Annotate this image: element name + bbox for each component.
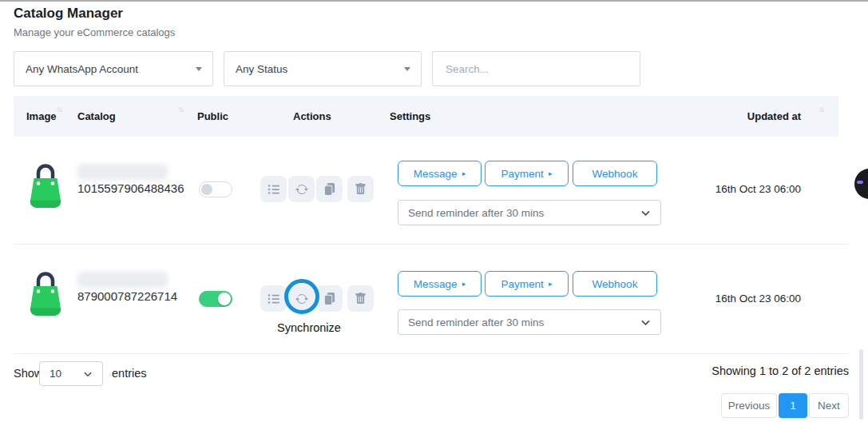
message-button-label: Message [414,168,458,180]
chevron-down-icon [640,317,651,328]
payment-button-label: Payment [501,168,544,180]
column-header-settings: Settings [390,96,430,137]
sort-icon[interactable]: ↑↓ [57,105,61,113]
scrollbar-thumb[interactable] [859,349,863,420]
catalog-name-redacted [77,272,168,288]
show-label: Show [14,367,42,380]
page-subtitle: Manage your eCommerce catalogs [14,26,175,38]
list-products-button[interactable] [260,176,287,202]
public-toggle[interactable] [199,181,232,197]
page-size-select[interactable]: 10 [39,361,103,386]
whatsapp-account-selected-value: Any WhatsApp Account [26,63,138,75]
trash-icon [355,183,367,195]
table-row: 1015597906488436 Message▸ Payment▸ Webho… [14,137,849,245]
submenu-arrow-icon: ▸ [462,281,466,288]
copy-icon [323,183,335,195]
webhook-settings-button[interactable]: Webhook [573,271,657,297]
reminder-selected-value: Send reminder after 30 mins [408,207,544,219]
showing-entries-summary: Showing 1 to 2 of 2 entries [639,364,849,377]
reminder-selected-value: Send reminder after 30 mins [408,317,544,328]
sort-icon[interactable]: ↑↓ [818,105,823,113]
copy-icon [323,293,335,305]
submenu-arrow-icon: ▸ [462,170,466,177]
delete-button[interactable] [347,176,374,202]
pagination-previous-button[interactable]: Previous [721,393,777,418]
search-input[interactable] [444,62,628,76]
catalog-id: 879000787226714 [77,289,177,303]
column-header-catalog[interactable]: Catalog [77,96,116,137]
duplicate-button[interactable] [316,176,343,202]
window-top-edge [0,0,868,2]
toggle-knob [218,293,231,305]
sort-icon[interactable]: ↑↓ [178,105,183,113]
annotation-highlight-circle [284,279,319,314]
table-header: Image ↑↓ Catalog ↑↓ Public Actions Setti… [14,96,838,137]
shopping-bag-icon [26,161,65,211]
delete-button[interactable] [347,285,374,312]
column-header-actions: Actions [293,96,331,137]
page-size-value: 10 [50,368,61,380]
payment-settings-button[interactable]: Payment▸ [485,271,569,297]
list-icon [268,293,280,305]
status-select[interactable]: Any Status [224,51,422,86]
message-settings-button[interactable]: Message▸ [398,161,482,186]
updated-at-value: 16th Oct 23 06:00 [681,293,801,305]
chevron-down-icon [640,208,651,218]
message-settings-button[interactable]: Message▸ [398,271,482,297]
webhook-settings-button[interactable]: Webhook [573,161,657,186]
duplicate-button[interactable] [316,285,343,312]
list-icon [268,183,280,196]
updated-at-value: 16th Oct 23 06:00 [681,183,801,195]
whatsapp-account-select[interactable]: Any WhatsApp Account [14,51,213,86]
message-button-label: Message [414,278,458,290]
catalog-id: 1015597906488436 [77,181,184,195]
pagination-current-page[interactable]: 1 [779,393,807,418]
reminder-select[interactable]: Send reminder after 30 mins [398,309,661,335]
synchronize-button[interactable] [288,176,315,202]
toggle-knob [201,184,212,195]
webhook-button-label: Webhook [593,168,638,180]
submenu-arrow-icon: ▸ [549,281,553,288]
shopping-bag-icon [26,269,65,319]
search-field-wrapper [432,51,640,86]
webhook-button-label: Webhook [593,278,638,290]
table-row: 879000787226714 Message▸ Payment▸ Webhoo… [14,245,849,354]
annotation-label: Synchronize [265,321,353,334]
pagination-next-button[interactable]: Next [809,393,849,418]
column-header-updated-at[interactable]: Updated at [684,96,801,137]
chevron-down-icon [83,369,93,379]
floating-widget-accent [857,181,863,184]
floating-widget-button[interactable] [854,169,868,199]
submenu-arrow-icon: ▸ [549,170,553,177]
entries-label: entries [112,367,147,380]
payment-settings-button[interactable]: Payment▸ [485,161,569,186]
column-header-image[interactable]: Image [26,96,57,137]
payment-button-label: Payment [501,278,544,290]
reminder-select[interactable]: Send reminder after 30 mins [398,200,661,225]
list-products-button[interactable] [260,285,287,312]
caret-down-icon [404,67,410,71]
sync-icon [295,183,308,196]
trash-icon [355,293,367,305]
column-header-public: Public [197,96,228,137]
page-title: Catalog Manager [14,6,123,22]
caret-down-icon [196,67,202,71]
catalog-name-redacted [77,164,168,180]
status-selected-value: Any Status [236,63,287,75]
public-toggle[interactable] [199,291,232,307]
